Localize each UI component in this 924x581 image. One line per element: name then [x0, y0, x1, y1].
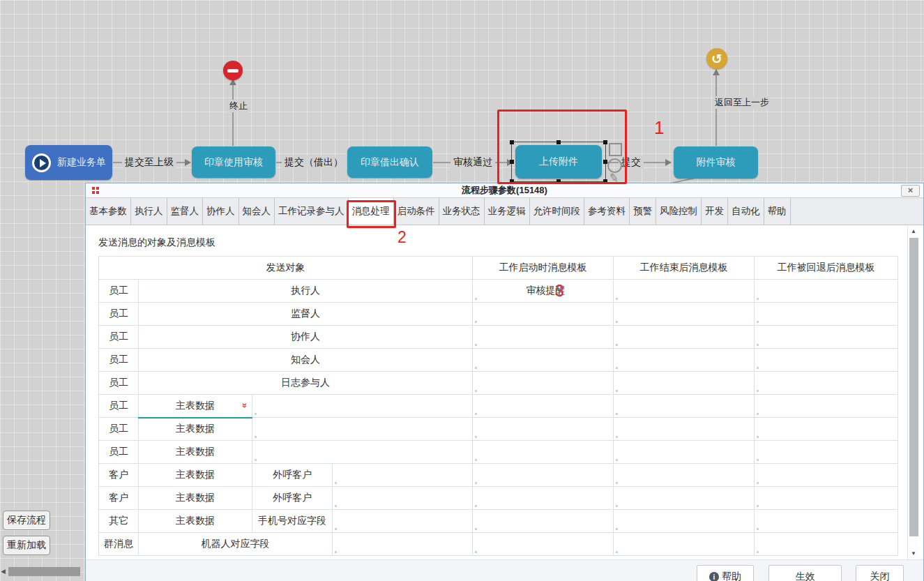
cell-template-link[interactable]: 审核提醒	[473, 280, 614, 303]
flow-edge-label: 提交（借出）	[282, 156, 346, 169]
cell-template-empty	[755, 464, 898, 487]
close-button[interactable]: 关闭	[856, 565, 904, 581]
flow-node-label: 印章使用审核	[204, 156, 263, 169]
cell-template-empty	[755, 303, 898, 326]
table-row: 客户主表数据外呼客户	[99, 464, 898, 487]
cell-empty	[252, 395, 473, 418]
cell-template-empty	[755, 395, 898, 418]
cell-send-target[interactable]: 主表数据	[139, 418, 252, 441]
flow-node-new-business-order[interactable]: 新建业务单	[25, 145, 112, 180]
tab-business-status[interactable]: 业务状态	[439, 198, 485, 225]
cell-target-type: 其它	[99, 510, 139, 533]
tab-basic-params[interactable]: 基本参数	[86, 198, 131, 225]
tab-cc-person[interactable]: 知会人	[239, 198, 275, 225]
cell-template-empty	[614, 326, 755, 349]
cell-send-target: 执行人	[139, 280, 473, 303]
flow-edge-label: 提交至上级	[122, 156, 176, 169]
table-row: 员工协作人	[99, 326, 898, 349]
dialog-vertical-scrollbar[interactable]: ▲ ▼	[907, 226, 919, 559]
tab-early-warning[interactable]: 预警	[630, 198, 656, 225]
cell-template-empty	[614, 464, 755, 487]
cell-empty	[333, 464, 473, 487]
cell-template-empty	[473, 326, 614, 349]
annotation-box-2	[347, 200, 396, 228]
terminate-icon[interactable]	[223, 61, 243, 80]
tab-business-logic[interactable]: 业务逻辑	[485, 198, 530, 225]
tab-collaborator[interactable]: 协作人	[203, 198, 239, 225]
tab-develop[interactable]: 开发	[702, 198, 728, 225]
table-header-row: 发送对象工作启动时消息模板工作结束后消息模板工作被回退后消息模板	[99, 257, 898, 280]
help-button[interactable]: i帮助	[697, 565, 754, 581]
table-row: 客户主表数据外呼客户	[99, 487, 898, 510]
cell-send-target[interactable]: 主表数据	[139, 441, 252, 464]
cell-send-target: 手机号对应字段	[252, 510, 333, 533]
cell-target-type: 员工	[99, 395, 139, 418]
vscroll-up-arrow-icon[interactable]: ▲	[908, 227, 919, 236]
return-connector-line	[715, 75, 717, 146]
info-icon: i	[709, 572, 719, 581]
tab-help[interactable]: 帮助	[764, 198, 791, 225]
terminate-connector-line	[232, 85, 234, 146]
table-row: 员工监督人	[99, 303, 898, 326]
cell-target-type: 员工	[99, 349, 139, 372]
cell-send-target[interactable]: 主表数据	[139, 464, 252, 487]
hscroll-thumb[interactable]	[8, 567, 80, 576]
undo-glyph: ↺	[711, 51, 722, 67]
flow-node-label: 附件审核	[697, 156, 736, 169]
flow-node-attachment-review[interactable]: 附件审核	[674, 146, 758, 179]
workflow-designer-canvas: 提交至上级提交（借出）审核通过提交 终止 ↺ 返回至上一步 新建业务单印章使用审…	[0, 0, 924, 581]
cell-template-empty	[755, 372, 898, 395]
cell-empty	[252, 441, 473, 464]
cell-template-empty	[614, 441, 755, 464]
annotation-box-1	[497, 110, 627, 184]
tab-executor[interactable]: 执行人	[131, 198, 167, 225]
flow-node-seal-use-review[interactable]: 印章使用审核	[192, 146, 275, 178]
tab-allowed-time-period[interactable]: 允许时间段	[530, 198, 585, 225]
table-row: 员工主表数据«	[99, 395, 898, 418]
column-header-finish-template: 工作结束后消息模板	[614, 257, 755, 280]
annotation-number-3: 3	[555, 282, 564, 301]
cell-target-type: 群消息	[99, 533, 139, 556]
cell-send-target[interactable]: 主表数据«	[139, 395, 252, 418]
dialog-title: 流程步骤参数(15148)	[86, 183, 923, 197]
cell-send-target[interactable]: 主表数据	[139, 510, 252, 533]
cell-template-empty	[614, 487, 755, 510]
cell-template-empty	[614, 533, 755, 556]
tab-automation[interactable]: 自动化	[728, 198, 764, 225]
cell-target-type: 客户	[99, 487, 139, 510]
reload-button[interactable]: 重新加载	[3, 536, 50, 555]
tab-risk-control[interactable]: 风险控制	[656, 198, 702, 225]
cell-target-type: 员工	[99, 418, 139, 441]
dialog-move-grip-icon[interactable]	[92, 187, 100, 195]
cell-send-target[interactable]: 主表数据	[139, 487, 252, 510]
column-header-start-template: 工作启动时消息模板	[473, 257, 614, 280]
hscroll-left-arrow-icon[interactable]: ◀	[1, 568, 6, 575]
dialog-titlebar[interactable]: 流程步骤参数(15148) ×	[86, 183, 923, 198]
table-row: 员工知会人	[99, 349, 898, 372]
vscroll-thumb[interactable]	[909, 238, 918, 536]
cell-template-empty	[473, 418, 614, 441]
return-to-previous-icon[interactable]: ↺	[706, 48, 727, 69]
return-arrowhead	[713, 69, 720, 75]
column-header-rollback-template: 工作被回退后消息模板	[755, 257, 898, 280]
tab-start-condition[interactable]: 启动条件	[394, 198, 439, 225]
table-row: 员工日志参与人	[99, 372, 898, 395]
tab-supervisor[interactable]: 监督人	[167, 198, 204, 225]
cell-template-empty	[614, 372, 755, 395]
take-effect-button[interactable]: 生效	[768, 565, 842, 581]
terminate-label: 终止	[228, 100, 249, 112]
cell-template-empty	[614, 418, 755, 441]
vscroll-down-arrow-icon[interactable]: ▼	[908, 549, 919, 559]
tab-work-record-participant[interactable]: 工作记录参与人	[275, 198, 349, 225]
dialog-close-icon[interactable]: ×	[901, 185, 920, 197]
tab-reference-material[interactable]: 参考资料	[584, 198, 630, 225]
cell-template-empty	[614, 510, 755, 533]
save-flow-button[interactable]: 保存流程	[3, 511, 50, 530]
dialog-flow-step-params: 流程步骤参数(15148) × 基本参数执行人监督人协作人知会人工作记录参与人消…	[85, 183, 924, 581]
cell-template-empty	[473, 533, 614, 556]
cell-template-empty	[614, 303, 755, 326]
flow-node-seal-lend-confirm[interactable]: 印章借出确认	[347, 146, 432, 178]
cell-send-target: 外呼客户	[252, 487, 333, 510]
dropdown-chevron-icon[interactable]: «	[238, 403, 249, 408]
cell-template-empty	[755, 418, 898, 441]
